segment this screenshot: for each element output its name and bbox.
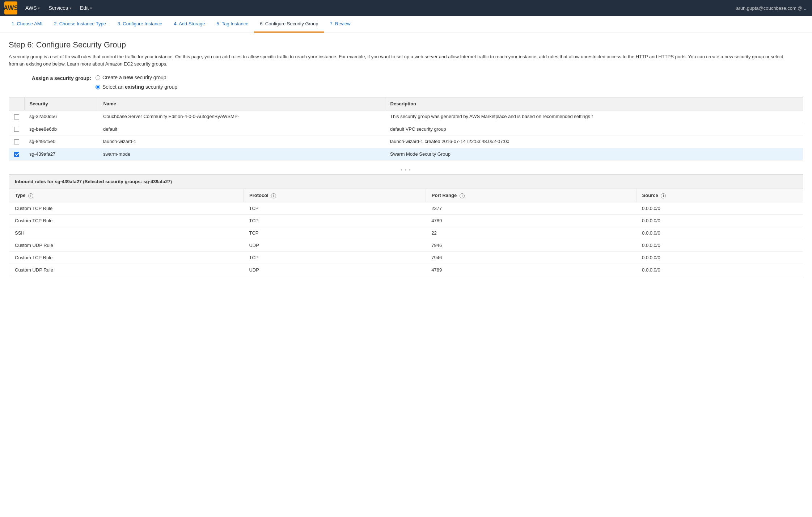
inbound-table-header-row: Type i Protocol i Port Range i Source i bbox=[9, 189, 803, 202]
inbound-row-source: 0.0.0.0/0 bbox=[636, 239, 803, 251]
inbound-row-type: SSH bbox=[9, 227, 243, 239]
nav-edit-caret: ▾ bbox=[90, 6, 92, 10]
nav-edit-label: Edit bbox=[80, 5, 89, 11]
inbound-col-protocol: Protocol i bbox=[243, 189, 426, 202]
sg-row-checkbox[interactable] bbox=[14, 139, 19, 144]
sg-row-checkbox-cell[interactable] bbox=[9, 110, 24, 123]
sg-row-checkbox-cell[interactable] bbox=[9, 123, 24, 135]
sg-row-checkbox-cell[interactable] bbox=[9, 148, 24, 160]
sg-row-security-id: sg-439afa27 bbox=[24, 148, 98, 160]
port-info-icon[interactable]: i bbox=[460, 193, 465, 198]
sg-row-checkbox[interactable] bbox=[14, 127, 19, 132]
sg-table-row[interactable]: sg-8495f5e0 launch-wizard-1 launch-wizar… bbox=[9, 135, 803, 148]
inbound-rules-table: Type i Protocol i Port Range i Source i bbox=[9, 189, 803, 276]
tab-instance-type[interactable]: 2. Choose Instance Type bbox=[48, 16, 112, 33]
inbound-row-protocol: TCP bbox=[243, 202, 426, 214]
inbound-row-port-range: 7946 bbox=[426, 239, 636, 251]
sg-table-row[interactable]: sg-439afa27 swarm-mode Swarm Mode Securi… bbox=[9, 148, 803, 160]
inbound-row-port-range: 4789 bbox=[426, 264, 636, 276]
sg-row-description: Swarm Mode Security Group bbox=[385, 148, 803, 160]
sg-row-security-id: sg-32a00d56 bbox=[24, 110, 98, 123]
radio-new-text: Create a new security group bbox=[102, 75, 166, 80]
sg-row-name: launch-wizard-1 bbox=[98, 135, 385, 148]
sg-row-security-id: sg-8495f5e0 bbox=[24, 135, 98, 148]
sg-col-name: Name bbox=[98, 97, 385, 110]
page-title: Step 6: Configure Security Group bbox=[9, 40, 803, 50]
assign-label: Assign a security group: bbox=[23, 75, 96, 81]
inbound-table-row: Custom TCP Rule TCP 7946 0.0.0.0/0 bbox=[9, 251, 803, 264]
inbound-table-row: Custom UDP Rule UDP 4789 0.0.0.0/0 bbox=[9, 264, 803, 276]
tab-add-storage[interactable]: 4. Add Storage bbox=[168, 16, 211, 33]
inbound-row-source: 0.0.0.0/0 bbox=[636, 214, 803, 227]
inbound-row-type: Custom UDP Rule bbox=[9, 264, 243, 276]
inbound-row-type: Custom TCP Rule bbox=[9, 202, 243, 214]
drag-handle: • • • bbox=[9, 166, 803, 174]
nav-edit[interactable]: Edit ▾ bbox=[76, 4, 96, 12]
inbound-row-type: Custom TCP Rule bbox=[9, 251, 243, 264]
sg-col-security: Security bbox=[24, 97, 98, 110]
radio-new-input[interactable] bbox=[96, 75, 100, 80]
aws-logo: AWS bbox=[4, 1, 17, 14]
sg-row-description: default VPC security group bbox=[385, 123, 803, 135]
tab-review[interactable]: 7. Review bbox=[324, 16, 356, 33]
tab-configure-instance[interactable]: 3. Configure Instance bbox=[112, 16, 168, 33]
sg-row-description: launch-wizard-1 created 2016-07-14T22:53… bbox=[385, 135, 803, 148]
tab-tag-instance[interactable]: 5. Tag Instance bbox=[211, 16, 254, 33]
sg-col-description: Description bbox=[385, 97, 803, 110]
assign-security-group-section: Assign a security group: Create a new se… bbox=[9, 75, 803, 90]
inbound-row-protocol: UDP bbox=[243, 264, 426, 276]
nav-aws-label: AWS bbox=[25, 5, 37, 11]
sg-row-checkbox-cell[interactable] bbox=[9, 135, 24, 148]
radio-existing-text: Select an existing security group bbox=[102, 84, 177, 90]
inbound-col-port-range: Port Range i bbox=[426, 189, 636, 202]
tab-choose-ami[interactable]: 1. Choose AMI bbox=[6, 16, 48, 33]
user-info: arun.gupta@couchbase.com @ ... bbox=[736, 5, 808, 11]
inbound-row-protocol: TCP bbox=[243, 251, 426, 264]
source-info-icon[interactable]: i bbox=[661, 193, 666, 198]
nav-aws[interactable]: AWS ▾ bbox=[22, 4, 43, 12]
inbound-row-source: 0.0.0.0/0 bbox=[636, 202, 803, 214]
sg-table-header-row: Security Name Description bbox=[9, 97, 803, 110]
type-info-icon[interactable]: i bbox=[28, 193, 33, 198]
inbound-row-type: Custom TCP Rule bbox=[9, 214, 243, 227]
sg-row-name: Couchbase Server Community Edition-4-0-0… bbox=[98, 110, 385, 123]
inbound-table-row: Custom UDP Rule UDP 7946 0.0.0.0/0 bbox=[9, 239, 803, 251]
tab-security-group[interactable]: 6. Configure Security Group bbox=[254, 16, 324, 33]
inbound-row-source: 0.0.0.0/0 bbox=[636, 227, 803, 239]
inbound-table-row: Custom TCP Rule TCP 2377 0.0.0.0/0 bbox=[9, 202, 803, 214]
sg-table-row[interactable]: sg-32a00d56 Couchbase Server Community E… bbox=[9, 110, 803, 123]
inbound-row-source: 0.0.0.0/0 bbox=[636, 251, 803, 264]
security-group-table-wrapper: Security Name Description sg-32a00d56 Co… bbox=[9, 97, 803, 160]
security-group-table: Security Name Description sg-32a00d56 Co… bbox=[9, 97, 803, 160]
inbound-row-source: 0.0.0.0/0 bbox=[636, 264, 803, 276]
inbound-col-source: Source i bbox=[636, 189, 803, 202]
sg-row-security-id: sg-bee8e6db bbox=[24, 123, 98, 135]
inbound-row-port-range: 2377 bbox=[426, 202, 636, 214]
sg-table-row[interactable]: sg-bee8e6db default default VPC security… bbox=[9, 123, 803, 135]
inbound-row-protocol: TCP bbox=[243, 214, 426, 227]
sg-col-checkbox bbox=[9, 97, 24, 110]
sg-row-description: This security group was generated by AWS… bbox=[385, 110, 803, 123]
inbound-col-type: Type i bbox=[9, 189, 243, 202]
inbound-rules-header: Inbound rules for sg-439afa27 (Selected … bbox=[9, 175, 803, 189]
main-content: Step 6: Configure Security Group A secur… bbox=[0, 33, 812, 283]
inbound-table-row: Custom TCP Rule TCP 4789 0.0.0.0/0 bbox=[9, 214, 803, 227]
radio-existing-input[interactable] bbox=[96, 85, 100, 89]
assign-options: Create a new security group Select an ex… bbox=[96, 75, 177, 90]
inbound-row-port-range: 4789 bbox=[426, 214, 636, 227]
sg-row-name: default bbox=[98, 123, 385, 135]
protocol-info-icon[interactable]: i bbox=[271, 193, 276, 198]
sg-row-name: swarm-mode bbox=[98, 148, 385, 160]
inbound-row-port-range: 22 bbox=[426, 227, 636, 239]
step-tabs: 1. Choose AMI 2. Choose Instance Type 3.… bbox=[0, 16, 812, 33]
sg-row-checkbox[interactable] bbox=[14, 152, 19, 157]
top-navigation: AWS AWS ▾ Services ▾ Edit ▾ arun.gupta@c… bbox=[0, 0, 812, 16]
sg-row-checkbox[interactable] bbox=[14, 114, 19, 119]
inbound-row-type: Custom UDP Rule bbox=[9, 239, 243, 251]
inbound-row-protocol: TCP bbox=[243, 227, 426, 239]
radio-existing[interactable]: Select an existing security group bbox=[96, 84, 177, 90]
nav-services[interactable]: Services ▾ bbox=[45, 4, 75, 12]
nav-services-label: Services bbox=[48, 5, 68, 11]
nav-aws-caret: ▾ bbox=[38, 6, 40, 10]
radio-create-new[interactable]: Create a new security group bbox=[96, 75, 177, 80]
